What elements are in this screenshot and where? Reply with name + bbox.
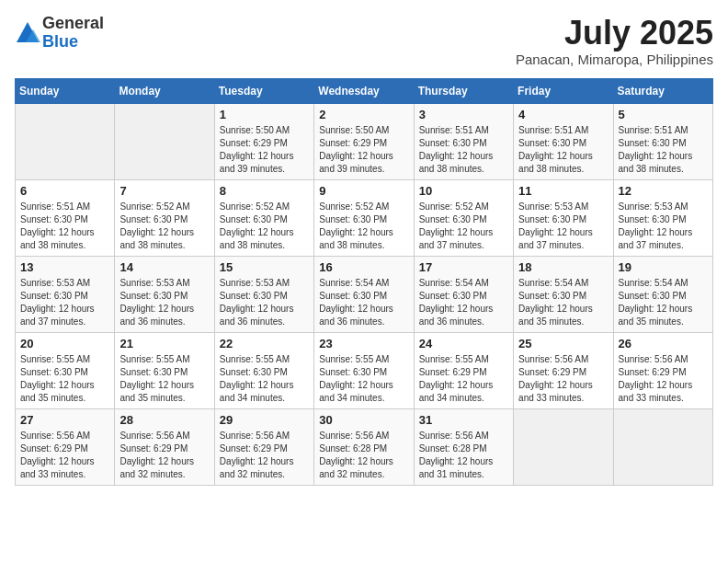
day-detail: Sunrise: 5:53 AMSunset: 6:30 PMDaylight:… — [220, 277, 309, 328]
calendar-cell: 19Sunrise: 5:54 AMSunset: 6:30 PMDayligh… — [613, 256, 712, 332]
day-detail: Sunrise: 5:52 AMSunset: 6:30 PMDaylight:… — [220, 201, 309, 252]
week-row-1: 1Sunrise: 5:50 AMSunset: 6:29 PMDaylight… — [16, 103, 713, 179]
day-number: 26 — [619, 337, 708, 350]
week-row-2: 6Sunrise: 5:51 AMSunset: 6:30 PMDaylight… — [16, 179, 713, 256]
calendar-cell: 11Sunrise: 5:53 AMSunset: 6:30 PMDayligh… — [514, 179, 613, 256]
day-number: 13 — [20, 260, 109, 274]
day-detail: Sunrise: 5:56 AMSunset: 6:28 PMDaylight:… — [419, 430, 508, 481]
day-number: 19 — [619, 260, 708, 274]
day-number: 24 — [419, 337, 508, 350]
calendar-cell: 10Sunrise: 5:52 AMSunset: 6:30 PMDayligh… — [414, 179, 513, 256]
day-number: 10 — [419, 184, 508, 198]
day-number: 9 — [319, 184, 408, 198]
calendar-cell — [16, 103, 115, 179]
calendar-cell: 23Sunrise: 5:55 AMSunset: 6:30 PMDayligh… — [314, 332, 414, 408]
day-number: 3 — [419, 108, 508, 121]
day-number: 15 — [220, 260, 309, 274]
logo: General Blue — [15, 15, 104, 52]
day-detail: Sunrise: 5:53 AMSunset: 6:30 PMDaylight:… — [619, 201, 708, 252]
calendar-cell — [613, 408, 712, 485]
day-number: 20 — [20, 337, 109, 350]
day-detail: Sunrise: 5:50 AMSunset: 6:29 PMDaylight:… — [319, 124, 408, 176]
day-number: 16 — [319, 260, 408, 274]
day-detail: Sunrise: 5:53 AMSunset: 6:30 PMDaylight:… — [119, 277, 209, 328]
week-row-3: 13Sunrise: 5:53 AMSunset: 6:30 PMDayligh… — [16, 256, 713, 332]
calendar-cell: 29Sunrise: 5:56 AMSunset: 6:29 PMDayligh… — [214, 408, 313, 485]
calendar-cell: 13Sunrise: 5:53 AMSunset: 6:30 PMDayligh… — [16, 256, 115, 332]
day-number: 1 — [220, 108, 309, 121]
calendar-cell — [115, 103, 214, 179]
day-detail: Sunrise: 5:56 AMSunset: 6:29 PMDaylight:… — [220, 430, 309, 481]
calendar-cell: 12Sunrise: 5:53 AMSunset: 6:30 PMDayligh… — [613, 179, 712, 256]
calendar-cell: 30Sunrise: 5:56 AMSunset: 6:28 PMDayligh… — [314, 408, 414, 485]
day-detail: Sunrise: 5:52 AMSunset: 6:30 PMDaylight:… — [319, 201, 408, 252]
day-number: 27 — [20, 413, 109, 427]
weekday-header-wednesday: Wednesday — [314, 78, 414, 103]
weekday-header-friday: Friday — [514, 78, 613, 103]
calendar-cell: 27Sunrise: 5:56 AMSunset: 6:29 PMDayligh… — [16, 408, 115, 485]
weekday-header-tuesday: Tuesday — [214, 78, 313, 103]
calendar-cell: 3Sunrise: 5:51 AMSunset: 6:30 PMDaylight… — [414, 103, 513, 179]
day-detail: Sunrise: 5:50 AMSunset: 6:29 PMDaylight:… — [220, 124, 309, 176]
day-number: 30 — [319, 413, 408, 427]
weekday-header-monday: Monday — [115, 78, 214, 103]
month-title: July 2025 — [516, 15, 713, 52]
calendar-cell: 15Sunrise: 5:53 AMSunset: 6:30 PMDayligh… — [214, 256, 313, 332]
calendar-cell: 2Sunrise: 5:50 AMSunset: 6:29 PMDaylight… — [314, 103, 414, 179]
day-number: 21 — [119, 337, 209, 350]
calendar-cell: 31Sunrise: 5:56 AMSunset: 6:28 PMDayligh… — [414, 408, 513, 485]
page-header: General Blue July 2025 Panacan, Mimaropa… — [15, 15, 713, 67]
calendar-cell: 9Sunrise: 5:52 AMSunset: 6:30 PMDaylight… — [314, 179, 414, 256]
weekday-header-sunday: Sunday — [16, 78, 115, 103]
calendar-cell: 6Sunrise: 5:51 AMSunset: 6:30 PMDaylight… — [16, 179, 115, 256]
day-detail: Sunrise: 5:55 AMSunset: 6:29 PMDaylight:… — [419, 353, 508, 405]
day-detail: Sunrise: 5:56 AMSunset: 6:29 PMDaylight:… — [20, 430, 109, 481]
day-number: 5 — [619, 108, 708, 121]
day-number: 22 — [220, 337, 309, 350]
day-detail: Sunrise: 5:56 AMSunset: 6:29 PMDaylight:… — [518, 353, 608, 405]
day-detail: Sunrise: 5:53 AMSunset: 6:30 PMDaylight:… — [20, 277, 109, 328]
calendar-cell: 1Sunrise: 5:50 AMSunset: 6:29 PMDaylight… — [214, 103, 313, 179]
day-detail: Sunrise: 5:52 AMSunset: 6:30 PMDaylight:… — [419, 201, 508, 252]
calendar-cell: 28Sunrise: 5:56 AMSunset: 6:29 PMDayligh… — [115, 408, 214, 485]
day-detail: Sunrise: 5:54 AMSunset: 6:30 PMDaylight:… — [619, 277, 708, 328]
day-number: 2 — [319, 108, 408, 121]
day-detail: Sunrise: 5:55 AMSunset: 6:30 PMDaylight:… — [20, 353, 109, 405]
calendar-cell: 4Sunrise: 5:51 AMSunset: 6:30 PMDaylight… — [514, 103, 613, 179]
day-detail: Sunrise: 5:55 AMSunset: 6:30 PMDaylight:… — [319, 353, 408, 405]
weekday-header-thursday: Thursday — [414, 78, 513, 103]
location: Panacan, Mimaropa, Philippines — [516, 52, 713, 67]
day-detail: Sunrise: 5:51 AMSunset: 6:30 PMDaylight:… — [518, 124, 608, 176]
weekday-header-saturday: Saturday — [613, 78, 712, 103]
day-number: 12 — [619, 184, 708, 198]
calendar-cell: 18Sunrise: 5:54 AMSunset: 6:30 PMDayligh… — [514, 256, 613, 332]
day-number: 17 — [419, 260, 508, 274]
calendar-cell: 24Sunrise: 5:55 AMSunset: 6:29 PMDayligh… — [414, 332, 513, 408]
day-detail: Sunrise: 5:53 AMSunset: 6:30 PMDaylight:… — [518, 201, 608, 252]
calendar-cell: 8Sunrise: 5:52 AMSunset: 6:30 PMDaylight… — [214, 179, 313, 256]
calendar-cell: 20Sunrise: 5:55 AMSunset: 6:30 PMDayligh… — [16, 332, 115, 408]
day-number: 25 — [518, 337, 608, 350]
calendar-cell: 17Sunrise: 5:54 AMSunset: 6:30 PMDayligh… — [414, 256, 513, 332]
calendar-cell: 14Sunrise: 5:53 AMSunset: 6:30 PMDayligh… — [115, 256, 214, 332]
day-number: 29 — [220, 413, 309, 427]
day-number: 4 — [518, 108, 608, 121]
day-detail: Sunrise: 5:51 AMSunset: 6:30 PMDaylight:… — [619, 124, 708, 176]
calendar-cell: 5Sunrise: 5:51 AMSunset: 6:30 PMDaylight… — [613, 103, 712, 179]
day-number: 28 — [119, 413, 209, 427]
calendar-cell: 21Sunrise: 5:55 AMSunset: 6:30 PMDayligh… — [115, 332, 214, 408]
day-number: 8 — [220, 184, 309, 198]
day-detail: Sunrise: 5:54 AMSunset: 6:30 PMDaylight:… — [518, 277, 608, 328]
calendar-table: SundayMondayTuesdayWednesdayThursdayFrid… — [15, 78, 713, 486]
day-detail: Sunrise: 5:56 AMSunset: 6:28 PMDaylight:… — [319, 430, 408, 481]
calendar-cell: 7Sunrise: 5:52 AMSunset: 6:30 PMDaylight… — [115, 179, 214, 256]
day-detail: Sunrise: 5:55 AMSunset: 6:30 PMDaylight:… — [220, 353, 309, 405]
day-number: 23 — [319, 337, 408, 350]
logo-blue: Blue — [42, 33, 104, 52]
day-detail: Sunrise: 5:56 AMSunset: 6:29 PMDaylight:… — [119, 430, 209, 481]
title-block: July 2025 Panacan, Mimaropa, Philippines — [516, 15, 713, 67]
calendar-cell: 22Sunrise: 5:55 AMSunset: 6:30 PMDayligh… — [214, 332, 313, 408]
day-detail: Sunrise: 5:54 AMSunset: 6:30 PMDaylight:… — [319, 277, 408, 328]
calendar-cell: 16Sunrise: 5:54 AMSunset: 6:30 PMDayligh… — [314, 256, 414, 332]
logo-icon — [15, 20, 40, 46]
